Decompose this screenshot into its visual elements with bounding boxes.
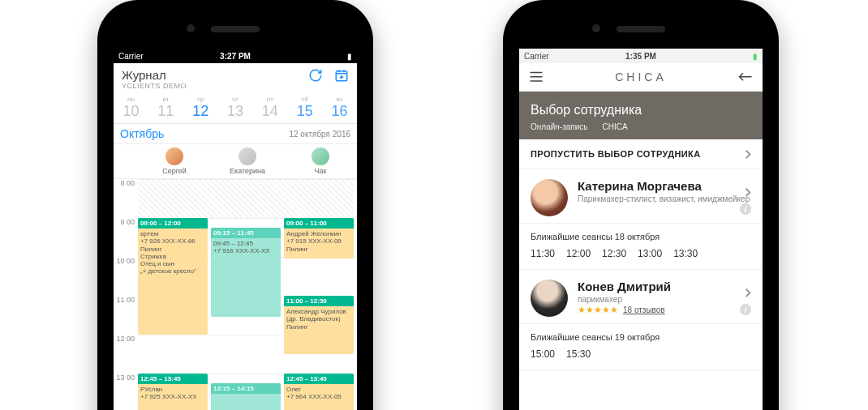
day-cell[interactable]: чт 13: [218, 93, 253, 123]
slots-header: Ближайшие сеансы 18 октября: [519, 224, 763, 245]
appointment-block[interactable]: 12:45 – 13:45 РУслан+7 925 XXX-XX-XX: [138, 374, 208, 410]
time-slot[interactable]: 11:30: [531, 248, 555, 259]
screen-right: Carrier 1:35 PM ▮ CHICA Выбор сотрудника…: [519, 49, 763, 410]
weekday-label: пн: [114, 96, 148, 103]
day-number: 16: [322, 103, 357, 120]
slots-row: 11:3012:0012:3013:0013:30: [519, 245, 763, 270]
chevron-right-icon: [745, 149, 751, 159]
refresh-icon[interactable]: [308, 68, 323, 83]
time-slot[interactable]: 13:30: [673, 248, 698, 259]
hour-label: 11 00: [114, 296, 138, 335]
weekday-label: пт: [252, 96, 287, 103]
time-slot[interactable]: 13:00: [638, 248, 662, 259]
breadcrumb: Онлайн-запись CHICA: [531, 122, 751, 131]
hour-label: 9 00: [114, 218, 138, 257]
skip-staff-button[interactable]: ПРОПУСТИТЬ ВЫБОР СОТРУДНИКА: [519, 139, 763, 169]
info-icon[interactable]: i: [740, 304, 751, 315]
appointment-block[interactable]: 13:15 – 14:15: [211, 383, 281, 410]
appt-details: Александр Чурилов (др. Владивосток)Пилин…: [284, 306, 354, 332]
slots-row: 15:0015:30: [519, 345, 763, 370]
appt-details: Андрей Желонкин+7 915 XXX-XX-09Пилинг: [284, 228, 354, 254]
appt-time: 13:15 – 14:15: [211, 383, 281, 394]
avatar: [312, 147, 329, 165]
info-icon[interactable]: i: [740, 203, 751, 215]
status-bar: Carrier 3:27 PM ▮: [114, 49, 357, 63]
staff-card[interactable]: Конев Дмитрий парикмахер ★★★★★18 отзывов…: [519, 270, 763, 324]
appt-time: 11:00 – 12:30: [284, 296, 354, 306]
calendar-add-icon[interactable]: [334, 68, 349, 83]
calendar-body[interactable]: 8 009 0010 0011 0012 0013 00 09:00 – 12:…: [114, 179, 357, 410]
menu-icon[interactable]: [529, 71, 544, 83]
appointment-block[interactable]: 12:45 – 13:45 Олег+7 964 XXX-XX-05: [284, 374, 354, 410]
chevron-right-icon: [745, 187, 751, 197]
time-slot[interactable]: 15:30: [566, 348, 591, 360]
time-slot[interactable]: 12:00: [566, 248, 591, 259]
day-cell[interactable]: пн 10: [114, 93, 148, 123]
day-cell[interactable]: ср 12: [183, 93, 218, 123]
app-header: Журнал YCLIENTS DEMO: [114, 63, 357, 93]
day-cell[interactable]: пт 14: [252, 93, 287, 123]
day-number: 14: [252, 103, 287, 120]
day-number: 10: [114, 103, 148, 120]
appointment-block[interactable]: 09:00 – 11:00 Андрей Желонкин+7 915 XXX-…: [284, 218, 354, 258]
selected-date: 12 октября 2016: [289, 130, 350, 139]
screen-left: Carrier 3:27 PM ▮ Журнал YCLIENTS DEMO: [114, 49, 357, 410]
staff-role: Парикмахер-стилист, визажист, имиджмейке…: [578, 194, 751, 203]
appt-details: Олег+7 964 XXX-XX-05: [284, 384, 354, 402]
day-number: 13: [218, 103, 253, 120]
clock: 1:35 PM: [625, 52, 656, 61]
day-cell[interactable]: сб 15: [287, 93, 322, 123]
staff-name: Катерина Моргачева: [578, 179, 751, 193]
staff-cell[interactable]: Сергей: [138, 147, 211, 175]
skip-label: ПРОПУСТИТЬ ВЫБОР СОТРУДНИКА: [531, 149, 701, 159]
phone-frame-right: Carrier 1:35 PM ▮ CHICA Выбор сотрудника…: [503, 0, 779, 410]
appointment-block[interactable]: 09:00 – 12:00 артем+7 926 XXX-XX-66Пилин…: [138, 218, 208, 335]
brand-logo: CHICA: [615, 70, 667, 83]
appt-time: 12:45 – 13:45: [284, 374, 354, 384]
staff-name: Чак: [284, 167, 357, 175]
appt-details: артем+7 926 XXX-XX-66ПилингСтрижкаОтец и…: [138, 228, 208, 276]
month-row[interactable]: Октябрь 12 октября 2016: [114, 124, 357, 144]
appointment-block[interactable]: 11:00 – 12:30 Александр Чурилов (др. Вла…: [284, 296, 354, 354]
staff-name: Сергей: [138, 167, 211, 175]
clock: 3:27 PM: [220, 52, 251, 61]
day-cell[interactable]: вт 11: [148, 93, 183, 123]
appt-time: 12:45 – 13:45: [138, 374, 208, 384]
weekday-label: вс: [322, 96, 357, 103]
staff-card[interactable]: Катерина Моргачева Парикмахер-стилист, в…: [519, 169, 763, 224]
hero: Выбор сотрудника Онлайн-запись CHICA: [519, 92, 763, 139]
page-subtitle: YCLIENTS DEMO: [122, 82, 187, 90]
appt-details: 09:45 – 12:45+7 916 XXX-XX-XX: [211, 238, 281, 256]
rating-stars: ★★★★★: [578, 305, 618, 314]
day-cell[interactable]: вс 16: [322, 93, 357, 123]
slots-header: Ближайшие сеансы 19 октября: [519, 324, 763, 345]
time-slot[interactable]: 12:30: [602, 248, 626, 259]
back-icon[interactable]: [738, 71, 753, 83]
reviews-link[interactable]: 18 отзывов: [623, 305, 665, 314]
month-picker[interactable]: Октябрь: [120, 127, 164, 140]
staff-row: Сергей Екатерина Чак: [114, 144, 357, 179]
avatar: [531, 280, 568, 317]
hour-label: 10 00: [114, 257, 138, 296]
hour-label: 13 00: [114, 374, 138, 410]
appt-time: 09:15 – 11:45: [211, 228, 281, 238]
chevron-right-icon: [745, 288, 751, 297]
weekday-label: чт: [218, 96, 253, 103]
status-bar: Carrier 1:35 PM ▮: [519, 49, 763, 63]
avatar: [238, 147, 256, 165]
carrier-label: Carrier: [118, 52, 144, 61]
appointment-block[interactable]: 09:15 – 11:45 09:45 – 12:45+7 916 XXX-XX…: [211, 228, 281, 317]
staff-cell[interactable]: Чак: [284, 147, 357, 175]
hour-label: 12 00: [114, 335, 138, 374]
appt-details: РУслан+7 925 XXX-XX-XX: [138, 384, 208, 402]
day-strip[interactable]: пн 10вт 11ср 12чт 13пт 14сб 15вс 16: [114, 93, 357, 124]
avatar: [165, 147, 183, 165]
crumb-2[interactable]: CHICA: [603, 122, 628, 131]
carrier-label: Carrier: [524, 52, 549, 61]
appt-time: 09:00 – 12:00: [138, 218, 208, 228]
staff-cell[interactable]: Екатерина: [211, 147, 284, 175]
time-slot[interactable]: 15:00: [531, 348, 555, 360]
day-number: 12: [183, 103, 218, 120]
battery-icon: ▮: [753, 52, 758, 61]
crumb-1[interactable]: Онлайн-запись: [531, 122, 588, 131]
